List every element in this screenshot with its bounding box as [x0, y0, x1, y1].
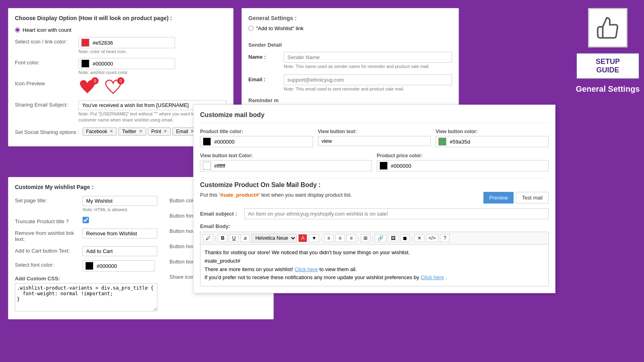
general-settings-panel: General Settings : "Add to Wishlist" lin…	[242, 8, 459, 119]
view-btn-color-label: View button color:	[436, 129, 549, 134]
editor-italic-btn[interactable]: a	[240, 234, 250, 242]
view-btn-color-swatch[interactable]	[438, 138, 446, 146]
sharing-email-label: Sharing Email Subject:	[15, 100, 75, 108]
customize-mail-panel: Customize mail body Product title color:…	[193, 105, 555, 293]
editor-content-area[interactable]: Thanks for visiting our store! We notice…	[200, 244, 549, 286]
add-to-wishlist-row[interactable]: "Add to Wishlist" link	[248, 25, 452, 31]
icon-color-field[interactable]: #e52836	[78, 37, 175, 48]
editor-line4: If you'd prefer not to receive these not…	[204, 274, 544, 282]
email-body-section: Email Body: 🖊 | B U a Helvetica Neue A ▼…	[200, 223, 549, 286]
truncate-label: Truncate Product title ?	[15, 217, 79, 224]
font-color-swatch[interactable]	[81, 60, 89, 68]
add-cart-label: Add to Cart button Text:	[15, 246, 79, 254]
sender-name-input[interactable]	[284, 52, 452, 63]
editor-table-btn[interactable]: ⊞	[361, 234, 370, 242]
heart-icon-radio[interactable]	[15, 27, 20, 33]
truncate-checkbox[interactable]	[83, 217, 89, 223]
email-subject-input[interactable]	[244, 208, 549, 219]
display-option-title: Choose Display Option (How it will look …	[15, 15, 227, 21]
icon-preview-row: Icon Preview 0 0	[15, 79, 227, 96]
sale-desc-row: Put this '#sale_product#' text when you …	[200, 192, 549, 204]
editor-list-ul-btn[interactable]: ≡	[324, 234, 334, 242]
add-to-wishlist-label: "Add to Wishlist" link	[256, 25, 303, 31]
icon-color-swatch[interactable]	[81, 39, 89, 47]
editor-line3-text: There are more items on your wishlist!	[204, 266, 293, 272]
sale-highlight-text: '#sale_product#'	[219, 192, 260, 198]
setup-guide-box[interactable]: SETUP GUIDE	[576, 52, 640, 80]
print-remove[interactable]: ✕	[163, 129, 167, 134]
product-price-color-row[interactable]: #000000	[377, 160, 549, 171]
add-cart-input[interactable]	[83, 246, 157, 256]
editor-line2: #sale_product#	[204, 257, 544, 265]
font-color-cwp-value: #000000	[97, 263, 117, 269]
editor-font-select[interactable]: Helvetica Neue	[252, 234, 297, 243]
social-sharing-label: Set Social Sharing options :	[15, 128, 79, 135]
product-title-color-row[interactable]: #000000	[200, 136, 313, 147]
print-tag[interactable]: Print ✕	[148, 128, 171, 136]
add-cart-row: Add to Cart button Text:	[15, 246, 157, 256]
custom-css-section: Add Custom CSS: .wishlist-product-varian…	[15, 276, 157, 313]
editor-help-btn[interactable]: ?	[440, 234, 450, 242]
page-title-group: Note: HTML is allowed.	[83, 196, 157, 213]
view-btn-text-label: View button text:	[318, 129, 431, 134]
sale-action-buttons: Preview Test mail	[483, 192, 549, 204]
facebook-remove[interactable]: ✕	[109, 129, 113, 134]
font-color-cwp-swatch[interactable]	[85, 262, 93, 270]
editor-link2[interactable]: Click here	[421, 274, 444, 280]
editor-list-ol-btn[interactable]: ≡	[335, 234, 345, 242]
customize-mail-title: Customize mail body	[200, 111, 549, 123]
editor-link-btn[interactable]: 🔗	[375, 234, 386, 242]
editor-image-btn[interactable]: 🖼	[388, 234, 398, 242]
font-color-cwp-row: Select font color: #000000	[15, 260, 157, 272]
editor-line1: Thanks for visiting our store! We notice…	[204, 249, 544, 257]
editor-bold-btn[interactable]: B	[218, 234, 227, 242]
custom-css-textarea[interactable]: .wishlist-product-variants > div.sa_pro_…	[15, 283, 157, 311]
product-title-color-swatch[interactable]	[203, 138, 211, 146]
editor-code-btn[interactable]: </>	[426, 234, 438, 242]
product-price-color-label: Product price color:	[377, 153, 549, 158]
facebook-tag[interactable]: Facebook ✕	[83, 128, 117, 136]
page-title-row: Set page title: Note: HTML is allowed.	[15, 196, 157, 213]
editor-font-color-btn[interactable]: A	[298, 234, 307, 242]
truncate-row: Truncate Product title ?	[15, 217, 157, 224]
thumbs-up-icon-box	[588, 8, 627, 47]
on-sale-title: Customize Product On Sale Mail Body :	[200, 181, 549, 189]
heart-icon-radio-row[interactable]: Heart icon with count	[15, 27, 227, 33]
toolbar-divider5: |	[411, 235, 413, 241]
editor-line4b: .	[446, 274, 447, 280]
view-btn-text-color-swatch[interactable]	[203, 162, 211, 170]
product-price-color-value: #000000	[391, 163, 411, 169]
editor-underline-btn[interactable]: U	[229, 234, 239, 242]
sender-email-input[interactable]	[284, 74, 452, 85]
add-to-wishlist-radio[interactable]	[248, 26, 254, 31]
twitter-tag[interactable]: Twitter ✕	[118, 128, 146, 136]
product-price-color-swatch[interactable]	[380, 162, 388, 170]
sender-email-note: Note: This email used to sent reminder a…	[284, 86, 452, 92]
font-color-label: Font color:	[15, 58, 75, 66]
view-btn-text-input[interactable]	[318, 136, 431, 146]
test-mail-button[interactable]: Test mail	[516, 192, 549, 204]
view-btn-text-color-row[interactable]: #ffffff	[200, 160, 372, 171]
heart-filled-icon: 0	[78, 79, 96, 96]
product-title-color-field: Product title color: #000000	[200, 129, 313, 147]
divider	[200, 178, 549, 178]
editor-link1[interactable]: Click here	[295, 266, 318, 272]
remove-text-label: Remove from wishlist link text:	[15, 228, 79, 242]
custom-css-label: Add Custom CSS:	[15, 276, 157, 282]
view-btn-color-row[interactable]: #59a35d	[436, 136, 549, 147]
font-color-cwp-field[interactable]: #000000	[83, 260, 155, 272]
remove-text-input[interactable]	[83, 228, 157, 239]
page-title-input[interactable]	[83, 196, 157, 206]
icon-color-value: #e52836	[93, 40, 113, 46]
editor-align-btn[interactable]: ≡	[347, 234, 356, 242]
editor-clear-btn[interactable]: ✕	[415, 234, 424, 242]
heart-filled-badge: 0	[91, 77, 99, 84]
font-color-field[interactable]: #000000	[78, 58, 175, 69]
twitter-remove[interactable]: ✕	[139, 129, 142, 134]
editor-arrow-btn[interactable]: ▼	[309, 234, 319, 242]
preview-button[interactable]: Preview	[483, 192, 513, 204]
editor-eraser-btn[interactable]: 🖊	[203, 234, 213, 242]
cmp-row2: View button text Color: #ffffff Product …	[200, 153, 549, 171]
editor-embed-btn[interactable]: ◼	[400, 234, 410, 242]
sale-description: Put this '#sale_product#' text when you …	[200, 192, 352, 198]
